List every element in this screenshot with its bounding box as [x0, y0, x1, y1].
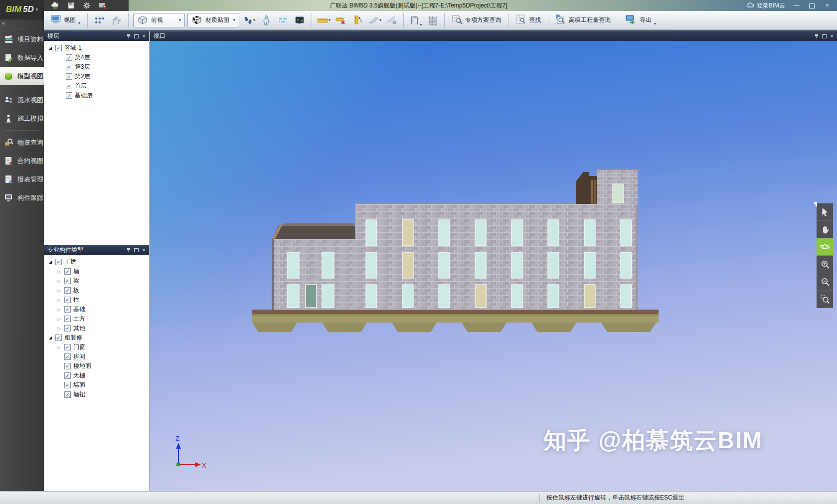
sidebar-item-model-view[interactable]: 模型视图 — [0, 67, 44, 85]
find-button[interactable]: 查找 — [513, 13, 543, 27]
3d-scene[interactable]: Z X — [150, 41, 837, 491]
checkbox[interactable]: ✓ — [66, 92, 72, 99]
tree-item-rough-decoration[interactable]: ◢ ✓ 粗装修 — [44, 333, 149, 342]
float-panel-icon[interactable] — [134, 248, 139, 252]
tree-item-floor-3[interactable]: ✓第3层 — [44, 62, 149, 72]
checkbox[interactable]: ✓ — [64, 278, 71, 284]
tree-item-room[interactable]: ✓房间 — [44, 352, 149, 361]
axis-grid-button[interactable] — [92, 13, 107, 27]
sidebar-item-material-query[interactable]: 物资查询 — [0, 133, 44, 152]
close-button[interactable]: × — [820, 0, 835, 11]
view-button[interactable]: 视图 ▾ — [48, 13, 83, 27]
checkbox[interactable]: ✓ — [55, 259, 62, 265]
settings-gear-icon[interactable] — [83, 1, 91, 9]
tree-item-region-1[interactable]: ◢ ✓ 区域-1 — [44, 43, 149, 53]
checkbox[interactable]: ✓ — [66, 64, 72, 70]
expander-icon[interactable]: ▷ — [57, 288, 62, 293]
tree-item-foundation[interactable]: ▷✓基础 — [44, 305, 149, 314]
zoom-window-tool[interactable] — [817, 291, 833, 308]
chevron-down-icon[interactable]: ▾ — [233, 18, 235, 22]
checkbox[interactable]: ✓ — [64, 316, 71, 322]
checkbox[interactable]: ✓ — [64, 372, 71, 379]
sidebar-item-component-tracking[interactable]: 构件跟踪 — [0, 188, 44, 207]
tree-item-floor-finish[interactable]: ✓楼地面 — [44, 361, 149, 371]
tree-item-door-window[interactable]: ▷✓门窗 — [44, 342, 149, 352]
tree-item-wall[interactable]: ▷✓墙 — [44, 267, 149, 276]
pin-icon[interactable] — [815, 34, 819, 39]
checkbox[interactable]: ✓ — [64, 287, 71, 294]
app-logo-menu[interactable]: BIM 5D ▾ — [0, 0, 44, 19]
section-knife-button[interactable]: ▾ — [367, 13, 382, 27]
collapse-navtools-handle[interactable] — [813, 202, 817, 207]
tree-item-wall-face[interactable]: ✓墙面 — [44, 380, 149, 390]
tree-item-dado[interactable]: ✓墙裙 — [44, 390, 149, 399]
material-mode-dropdown[interactable]: 材质贴图 ▾ — [187, 13, 239, 27]
chevron-down-icon[interactable]: ▾ — [253, 18, 256, 22]
vertical-measure-button[interactable] — [350, 13, 365, 27]
tree-item-floor-2[interactable]: ✓第2层 — [44, 72, 149, 81]
checkbox[interactable]: ✓ — [66, 73, 72, 80]
clear-measure-button[interactable] — [334, 13, 348, 27]
close-icon[interactable]: × — [142, 33, 146, 39]
sidebar-item-project-info[interactable]: 项目资料 — [0, 30, 44, 48]
checkbox[interactable]: ✓ — [64, 297, 71, 303]
sidebar-item-construction-sim[interactable]: 施工模拟 — [0, 109, 44, 128]
zoom-in-tool[interactable] — [817, 256, 833, 273]
expander-icon[interactable]: ▷ — [57, 298, 62, 303]
pan-hand-tool[interactable] — [817, 221, 833, 238]
brick-wall-button[interactable] — [276, 13, 290, 27]
select-cursor-tool[interactable] — [817, 203, 833, 221]
login-bim-cloud-button[interactable]: 登录BIM云 — [746, 0, 785, 11]
special-plan-query-button[interactable]: 专项方案查询 — [449, 13, 503, 27]
expander-icon[interactable]: ▷ — [57, 269, 62, 274]
advanced-quantity-query-button[interactable]: 高级工程量查询 — [553, 13, 613, 27]
door-opening-button[interactable]: ▾ — [408, 13, 423, 27]
checkbox[interactable]: ✓ — [55, 45, 62, 51]
measure-ruler-button[interactable]: ▾ — [317, 13, 331, 27]
walkthrough-button[interactable] — [259, 13, 273, 27]
orbit-rotate-tool[interactable] — [817, 238, 833, 256]
checkbox[interactable]: ✓ — [64, 363, 71, 369]
sidebar-item-flow-view[interactable]: 流水视图 — [0, 91, 44, 109]
checkbox[interactable]: ✓ — [64, 353, 71, 360]
checkbox[interactable]: ✓ — [64, 344, 71, 350]
scaffold-button[interactable] — [425, 13, 440, 27]
close-icon[interactable]: × — [830, 33, 834, 39]
expander-icon[interactable]: ◢ — [48, 336, 53, 340]
sidebar-item-contract-view[interactable]: 合约视图 — [0, 152, 44, 170]
crane-button[interactable] — [109, 13, 124, 27]
checkbox[interactable]: ✓ — [64, 325, 71, 332]
chevron-down-icon[interactable]: ▾ — [420, 23, 422, 27]
float-panel-icon[interactable] — [822, 34, 827, 38]
close-icon[interactable]: × — [142, 247, 146, 253]
expander-icon[interactable]: ▷ — [57, 326, 62, 331]
cloud-sync-icon[interactable] — [51, 1, 59, 9]
tree-item-first-floor[interactable]: ✓首层 — [44, 81, 149, 91]
expander-icon[interactable]: ▷ — [57, 345, 62, 350]
restore-button[interactable] — [804, 0, 820, 11]
tree-item-other[interactable]: ▷✓其他 — [44, 324, 149, 333]
tree-item-floor-4[interactable]: ✓第4层 — [44, 53, 149, 62]
checkbox[interactable]: ✓ — [64, 382, 71, 388]
chevron-down-icon[interactable]: ▾ — [379, 18, 382, 22]
sidebar-item-data-import[interactable]: 数据导入 — [0, 48, 44, 67]
expander-icon[interactable]: ▷ — [57, 317, 62, 322]
checkbox[interactable]: ✓ — [66, 54, 72, 61]
chevron-down-icon[interactable]: ▾ — [78, 21, 80, 25]
pin-icon[interactable] — [127, 34, 131, 39]
checkbox[interactable]: ✓ — [64, 306, 71, 313]
exit-app-icon[interactable] — [99, 1, 107, 9]
tree-item-civil[interactable]: ◢ ✓ 土建 — [44, 257, 149, 267]
footprints-button[interactable]: ▾ — [242, 13, 256, 27]
zoom-out-tool[interactable] — [817, 273, 833, 291]
checkbox[interactable]: ✓ — [66, 83, 72, 89]
tree-item-column[interactable]: ▷✓柱 — [44, 295, 149, 305]
sidebar-item-report-management[interactable]: 报表管理 — [0, 170, 44, 188]
tree-item-slab[interactable]: ▷✓板 — [44, 286, 149, 295]
checkbox[interactable]: ✓ — [64, 268, 71, 275]
tree-item-ceiling[interactable]: ✓天棚 — [44, 371, 149, 380]
tree-item-foundation-floor[interactable]: ✓基础层 — [44, 91, 149, 100]
expander-icon[interactable]: ▷ — [57, 307, 62, 312]
float-panel-icon[interactable] — [134, 34, 139, 38]
checkbox[interactable]: ✓ — [55, 335, 62, 341]
